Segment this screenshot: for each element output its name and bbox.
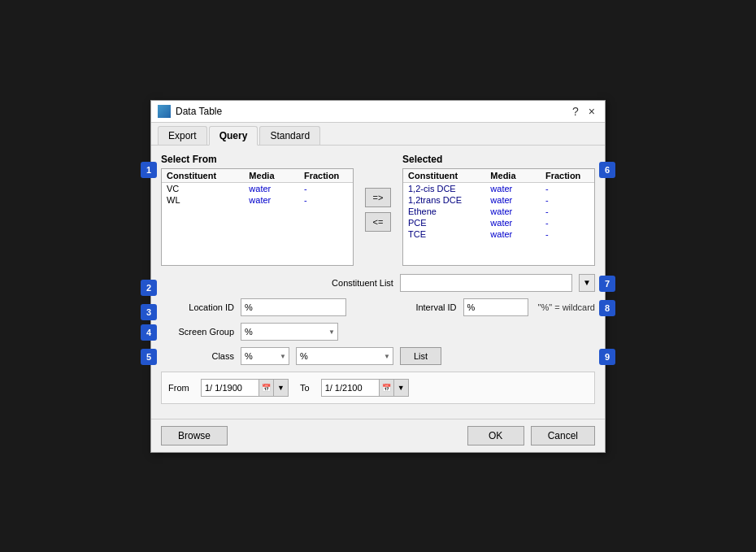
class-row-wrapper: 9 Class % % List (161, 347, 595, 365)
sf-header-fraction: Fraction (304, 171, 348, 180)
sel-row-1[interactable]: 1,2trans DCE water - (403, 194, 594, 206)
remove-arrow-button[interactable]: <= (365, 212, 391, 232)
title-buttons: ? × (569, 106, 598, 117)
sel-row-0[interactable]: 1,2-cis DCE water - (403, 183, 594, 194)
location-interval-wrapper: 8 Location ID Interval ID "%" = wildcard (161, 298, 595, 316)
annotation-4: 4 (141, 324, 157, 341)
footer-right-buttons: OK Cancel (467, 426, 595, 446)
constituent-list-row-wrapper: 7 Constituent List ▼ (161, 274, 595, 292)
sel-media-2: water (490, 206, 545, 216)
sf-fraction-0: - (304, 184, 348, 193)
screen-group-label: Screen Group (161, 327, 234, 337)
annotation-8: 8 (599, 300, 615, 316)
tab-query[interactable]: Query (209, 126, 259, 146)
sel-header-constituent: Constituent (408, 171, 490, 180)
ok-button[interactable]: OK (467, 426, 524, 446)
sf-row-0[interactable]: VC water - (162, 183, 353, 194)
wildcard-note: "%" = wildcard (538, 302, 595, 312)
annotation-2: 2 (141, 280, 157, 296)
data-table-dialog: Data Table ? × Export Query Standard 1 S… (150, 100, 606, 453)
title-bar: Data Table ? × (151, 101, 605, 123)
sf-constituent-1: WL (167, 195, 249, 205)
location-id-input[interactable] (241, 298, 346, 316)
sf-media-1: water (249, 195, 304, 205)
from-label: From (168, 383, 193, 393)
annotation-1: 1 (141, 162, 157, 178)
sel-row-4[interactable]: TCE water - (403, 228, 594, 240)
sel-fraction-4: - (545, 229, 589, 239)
class-select2-wrapper: % (296, 347, 393, 365)
annotation-9: 9 (599, 349, 615, 365)
selected-section: 6 Selected Constituent Media Fraction 1,… (402, 154, 595, 266)
sel-constituent-4: TCE (408, 229, 490, 239)
to-date-input[interactable] (322, 380, 379, 396)
screen-group-select[interactable]: % (241, 323, 338, 341)
list-button[interactable]: List (400, 347, 441, 365)
selected-header: Constituent Media Fraction (403, 169, 594, 183)
sel-media-1: water (490, 195, 545, 205)
sel-constituent-1: 1,2trans DCE (408, 195, 490, 205)
from-date-dropdown[interactable]: ▼ (273, 380, 288, 396)
class-select1[interactable]: % (241, 347, 289, 365)
to-date-group: 📅 ▼ (321, 379, 409, 397)
interval-id-label: Interval ID (384, 302, 457, 312)
select-from-header: Constituent Media Fraction (162, 169, 353, 183)
screen-group-select-wrapper: % (241, 323, 338, 341)
constituent-list-row: Constituent List ▼ (161, 274, 595, 292)
help-button[interactable]: ? (569, 106, 582, 117)
sel-media-3: water (490, 218, 545, 228)
sel-constituent-2: Ethene (408, 206, 490, 216)
selected-title: Selected (402, 154, 595, 165)
close-button[interactable]: × (585, 106, 598, 117)
to-label: To (300, 383, 310, 393)
screen-group-row: Screen Group % (161, 323, 595, 341)
tab-standard[interactable]: Standard (259, 126, 320, 145)
location-id-label: Location ID (161, 302, 234, 312)
add-arrow-button[interactable]: => (365, 188, 391, 207)
class-row: Class % % List (161, 347, 595, 365)
from-date-input[interactable] (202, 380, 259, 396)
constituent-list-dropdown[interactable]: ▼ (579, 274, 595, 292)
sf-constituent-0: VC (167, 184, 249, 193)
sf-row-1[interactable]: WL water - (162, 194, 353, 206)
arrows-col: => <= (362, 154, 394, 266)
sf-header-constituent: Constituent (167, 171, 249, 180)
sel-row-3[interactable]: PCE water - (403, 217, 594, 228)
footer-left: Browse (161, 426, 467, 446)
browse-button[interactable]: Browse (161, 426, 228, 446)
sel-fraction-3: - (545, 218, 589, 228)
from-date-picker-button[interactable]: 📅 (259, 380, 273, 396)
annotation-6: 6 (599, 162, 615, 178)
sf-media-0: water (249, 184, 304, 193)
dialog-body: 1 Select From Constituent Media Fraction… (151, 146, 605, 419)
sel-row-2[interactable]: Ethene water - (403, 206, 594, 217)
sf-header-media: Media (249, 171, 304, 180)
annotation-3: 3 (141, 304, 157, 320)
app-icon (158, 105, 171, 118)
select-from-section: Select From Constituent Media Fraction V… (161, 154, 354, 266)
to-date-picker-button[interactable]: 📅 (379, 380, 393, 396)
constituent-list-label: Constituent List (332, 278, 393, 288)
dialog-footer: Browse OK Cancel (151, 419, 605, 452)
sf-fraction-1: - (304, 195, 348, 205)
cancel-button[interactable]: Cancel (531, 426, 595, 446)
interval-id-input[interactable] (463, 298, 528, 316)
sel-header-fraction: Fraction (545, 171, 589, 180)
sel-constituent-0: 1,2-cis DCE (408, 184, 490, 193)
main-columns: Select From Constituent Media Fraction V… (161, 154, 595, 266)
title-bar-left: Data Table (158, 105, 222, 118)
from-date-group: 📅 ▼ (201, 379, 289, 397)
date-section: From 📅 ▼ To 📅 ▼ (161, 372, 595, 404)
location-interval-row: Location ID Interval ID "%" = wildcard (161, 298, 595, 316)
sel-fraction-1: - (545, 195, 589, 205)
dialog-title: Data Table (176, 106, 222, 117)
sel-media-0: water (490, 184, 545, 193)
constituent-list-input[interactable] (400, 274, 572, 292)
to-date-dropdown[interactable]: ▼ (393, 380, 408, 396)
tab-export[interactable]: Export (158, 126, 207, 145)
class-select2[interactable]: % (296, 347, 393, 365)
annotation-5: 5 (141, 349, 157, 365)
select-from-title: Select From (161, 154, 354, 165)
select-from-panel: Constituent Media Fraction VC water - WL… (161, 168, 354, 266)
class-label: Class (161, 351, 234, 361)
